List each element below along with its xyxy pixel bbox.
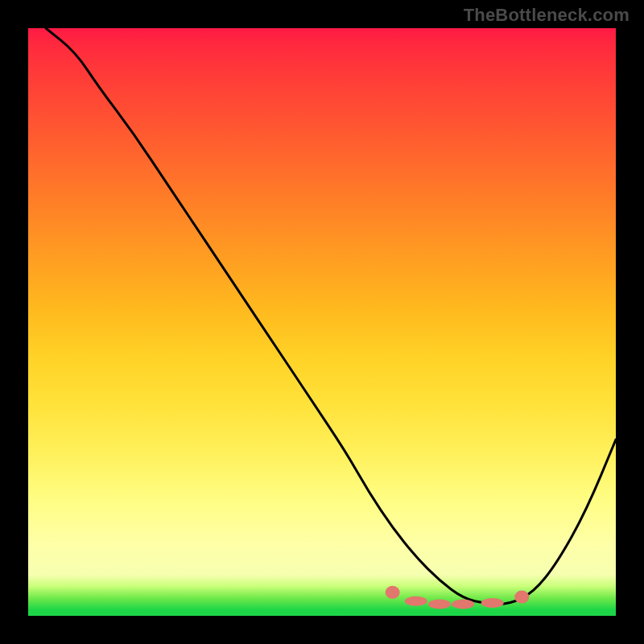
chart-svg: [28, 28, 616, 616]
trough-marker-group: [386, 586, 530, 609]
watermark-label: TheBottleneck.com: [464, 5, 630, 26]
trough-marker: [428, 599, 451, 609]
trough-marker: [405, 597, 427, 606]
trough-marker: [386, 586, 400, 599]
trough-marker: [514, 591, 529, 604]
bottleneck-curve-path: [46, 28, 616, 604]
plot-area: [28, 28, 616, 616]
chart-root: TheBottleneck.com: [0, 0, 644, 644]
trough-marker: [481, 598, 504, 608]
trough-marker: [452, 599, 474, 609]
